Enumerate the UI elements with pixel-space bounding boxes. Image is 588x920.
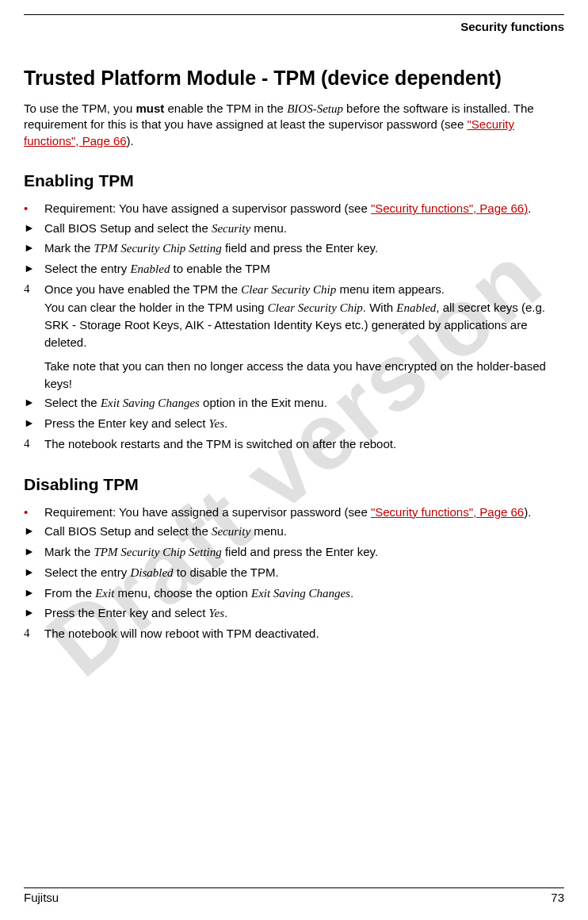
heading-enabling-tpm: Enabling TPM: [24, 171, 564, 190]
list-item: ► Call BIOS Setup and select the Securit…: [24, 220, 564, 238]
page-title: Trusted Platform Module - TPM (device de…: [24, 67, 564, 90]
page-footer: Fujitsu 73: [24, 887, 564, 904]
footer-brand: Fujitsu: [24, 891, 59, 904]
result-icon: 4: [24, 435, 44, 453]
link-security-functions[interactable]: "Security functions", Page 66: [371, 505, 524, 519]
heading-disabling-tpm: Disabling TPM: [24, 475, 564, 494]
list-item: • Requirement: You have assigned a super…: [24, 200, 564, 217]
list-item: ► Call BIOS Setup and select the Securit…: [24, 523, 564, 541]
step-icon: ►: [24, 604, 44, 620]
list-item: ► Mark the TPM Security Chip Setting fie…: [24, 240, 564, 258]
step-icon: ►: [24, 240, 44, 255]
list-item: ► Press the Enter key and select Yes.: [24, 415, 564, 433]
list-item: 4 The notebook will now reboot with TPM …: [24, 625, 564, 642]
step-icon: ►: [24, 585, 44, 600]
step-icon: ►: [24, 415, 44, 431]
list-item: 4 The notebook restarts and the TPM is s…: [24, 435, 564, 453]
footer-page-number: 73: [551, 891, 564, 904]
step-icon: ►: [24, 543, 44, 559]
list-item: ► Select the entry Enabled to enable the…: [24, 260, 564, 278]
list-item: • Requirement: You have assigned a super…: [24, 504, 564, 521]
bullet-icon: •: [24, 504, 44, 521]
list-item: ► Mark the TPM Security Chip Setting fie…: [24, 543, 564, 562]
list-item: ► Press the Enter key and select Yes.: [24, 604, 564, 623]
bullet-icon: •: [24, 200, 44, 217]
step-icon: ►: [24, 394, 44, 410]
enable-steps: • Requirement: You have assigned a super…: [24, 200, 564, 453]
rule-top: [24, 14, 564, 15]
rule-bottom: [24, 887, 564, 888]
step-icon: ►: [24, 523, 44, 539]
step-icon: ►: [24, 220, 44, 236]
running-header: Security functions: [24, 20, 564, 33]
list-item: ► Select the entry Disabled to disable t…: [24, 564, 564, 582]
disable-steps: • Requirement: You have assigned a super…: [24, 504, 564, 642]
result-icon: 4: [24, 625, 44, 642]
list-item: 4 Once you have enabled the TPM the Clea…: [24, 281, 564, 393]
step-icon: ►: [24, 564, 44, 580]
result-icon: 4: [24, 281, 44, 298]
list-item: ► From the Exit menu, choose the option …: [24, 585, 564, 603]
step-icon: ►: [24, 260, 44, 276]
link-security-functions[interactable]: "Security functions", Page 66): [371, 201, 528, 215]
intro-paragraph: To use the TPM, you must enable the TPM …: [24, 101, 564, 149]
list-item: ► Select the Exit Saving Changes option …: [24, 394, 564, 412]
